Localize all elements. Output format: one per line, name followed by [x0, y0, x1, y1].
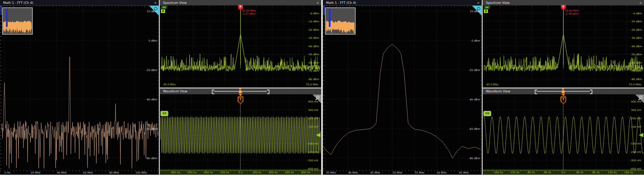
spectrum-y-tick-label: -66 dBm	[618, 61, 642, 64]
scrollbar-left-bracket[interactable]	[535, 90, 537, 94]
trigger-flag-label: T	[238, 97, 243, 104]
channel-badge[interactable]: C4	[161, 111, 168, 116]
waveform-y-tick-label: 200 mV	[295, 117, 318, 120]
waveform-x-tick-label: 120 ns	[604, 171, 621, 174]
waveform-y-tick-label: 100 mV	[295, 125, 318, 128]
spectrum-y-tick-label: -6 dBm	[618, 12, 642, 15]
close-icon[interactable]: ×	[639, 0, 642, 5]
waveform-y-tick-label: -400 mV	[617, 167, 641, 170]
waveform-y-tick-label: -100 mV	[295, 142, 318, 145]
spectrum-y-tick-label: -56 dBm	[618, 53, 642, 56]
spectrum-start-freq-label: 45.0 MHz	[163, 83, 176, 86]
fft-x-tick-label: 20 MHz	[31, 171, 40, 174]
trigger-level-arrow-icon[interactable]	[316, 133, 320, 137]
waveform-x-tick-label: 0 s	[555, 171, 572, 174]
waveform-y-tick-label: -100 mV	[617, 142, 641, 145]
marker-level: -2.38 dBm	[565, 12, 579, 15]
fft-title: Math 1 - FFT (Ch 4)	[326, 0, 356, 5]
waveform-y-tick-label: -300 mV	[295, 159, 318, 162]
spectrum-y-tick-label: -56 dBm	[295, 53, 319, 56]
trigger-position-line	[563, 104, 563, 170]
scrollbar-trigger-marker[interactable]: T	[239, 90, 242, 93]
waveform-x-tick-label: -600 ns	[183, 171, 200, 174]
spectrum-y-tick-label: -16 dBm	[618, 20, 642, 23]
spectrum-trace-mode-badge[interactable]: N	[161, 9, 165, 13]
fft-title: Math 1 - FFT (Ch 4)	[3, 0, 33, 5]
fft-y-tick-label: -60 dBm	[135, 127, 157, 131]
close-icon[interactable]: ×	[316, 0, 319, 5]
spectrum-channel-badge[interactable]: C4	[160, 6, 168, 9]
spectrum-stop-freq-label: 55.0 MHz	[299, 83, 318, 86]
waveform-x-tick-label: -160 ns	[489, 171, 507, 174]
spectrum-y-tick-label: -36 dBm	[295, 36, 319, 40]
fft-x-tick-label: 60 MHz	[437, 171, 447, 174]
spectrum-y-tick-label: -76 dBm	[295, 69, 319, 72]
fft-x-tick-label: 100 MHz	[135, 171, 147, 174]
waveform-x-tick-label: -200 ns	[215, 171, 233, 174]
waveform-x-tick-label: -400 ns	[199, 171, 217, 174]
waveform-x-tick-label: 600 ns	[281, 171, 298, 174]
spectrum-y-tick-label: -6 dBm	[295, 12, 319, 15]
marker-frequency: 50.00 MHz	[565, 9, 579, 12]
fft-x-tick-label: 80 MHz	[109, 171, 119, 174]
waveform-y-tick-label: -200 mV	[295, 150, 318, 154]
fft-y-tick-label: 0 dBm	[458, 39, 480, 42]
spectrum-stop-freq-label: 55.0 MHz	[622, 83, 641, 86]
fft-y-tick-label: -40 dBm	[458, 98, 480, 101]
fft-x-tick-label: 60 MHz	[83, 171, 93, 174]
scope-screen: Math 1 - FFT (Ch 4) × Spectrum View × C4…	[0, 0, 644, 176]
fft-x-tick-label: 50 MHz	[393, 171, 402, 174]
fft-titlebar[interactable]: Math 1 - FFT (Ch 4) ×	[323, 0, 482, 6]
waveform-y-tick-label: 300 mV	[617, 108, 641, 112]
channel-badge[interactable]: C4	[483, 111, 491, 116]
fft-y-tick-label: 0 dBm	[135, 39, 157, 42]
fft-y-tick-label: -20 dBm	[458, 69, 480, 72]
trigger-caret-icon	[239, 94, 242, 96]
spectrum-y-tick-label: -46 dBm	[618, 45, 642, 48]
fft-y-tick-label: -80 dBm	[458, 157, 480, 160]
waveform-x-tick-label: -40 ns	[538, 171, 556, 174]
fft-y-tick-label: -20 dBm	[135, 69, 157, 72]
spectrum-channel-badge[interactable]: C4	[483, 6, 490, 9]
spectrum-title: Spectrum View	[486, 0, 510, 5]
waveform-x-tick-label: 800 ns	[297, 171, 314, 174]
fft-y-tick-label: -40 dBm	[135, 98, 157, 101]
trigger-level-arrow-icon[interactable]	[639, 133, 643, 137]
waveform-x-tick-label: 160 ns	[620, 171, 637, 174]
close-icon[interactable]: ×	[154, 0, 157, 5]
waveform-y-tick-label: 400 mV	[295, 100, 318, 103]
close-icon[interactable]: ×	[477, 0, 480, 5]
scrollbar-right-bracket[interactable]	[267, 90, 269, 94]
waveform-y-tick-label: -200 mV	[617, 150, 641, 154]
marker-readout: 50.00 MHz -2.38 dBm	[565, 9, 579, 15]
waveform-y-tick-label: 200 mV	[617, 117, 641, 120]
waveform-x-tick-label: -120 ns	[506, 171, 523, 174]
spectrum-y-tick-label: -46 dBm	[295, 45, 319, 48]
waveform-y-tick-label: 400 mV	[617, 100, 641, 103]
fft-x-tick-label: 55 MHz	[415, 171, 424, 174]
spectrum-trace-mode-badge[interactable]: N	[484, 9, 488, 13]
scrollbar-trigger-marker[interactable]: T	[562, 90, 565, 93]
waveform-x-tick-label: 80 ns	[587, 171, 605, 174]
waveform-title: Waveform View	[486, 89, 510, 94]
fft-x-tick-label: 40 MHz	[348, 171, 358, 174]
waveform-y-tick-label: -300 mV	[617, 159, 641, 162]
waveform-y-tick-label: -400 mV	[295, 167, 318, 170]
scope-window-right: Math 1 - FFT (Ch 4) × Spectrum View × C4…	[323, 0, 644, 175]
scrollbar-right-bracket[interactable]	[590, 90, 592, 94]
waveform-x-tick-label: 40 ns	[571, 171, 589, 174]
marker-level: -2.37 dBm	[242, 12, 256, 15]
marker-frequency: 50.00 MHz	[242, 9, 256, 12]
fft-y-tick-label: -80 dBm	[135, 157, 157, 160]
fft-y-tick-label: -60 dBm	[458, 127, 480, 131]
spectrum-y-tick-label: -16 dBm	[295, 20, 319, 23]
fft-x-tick-label: 45 MHz	[370, 171, 380, 174]
fft-y-tick-label: 20 dBm	[458, 10, 480, 13]
waveform-x-tick-label: -80 ns	[522, 171, 540, 174]
spectrum-y-tick-label: -66 dBm	[295, 61, 319, 64]
waveform-x-tick-label: 200 ns	[248, 171, 266, 174]
fft-titlebar[interactable]: Math 1 - FFT (Ch 4) ×	[0, 0, 159, 6]
fft-x-tick-label: 0 Hz	[5, 171, 10, 174]
scrollbar-left-bracket[interactable]	[212, 90, 214, 94]
waveform-x-tick-label: 400 ns	[264, 171, 282, 174]
